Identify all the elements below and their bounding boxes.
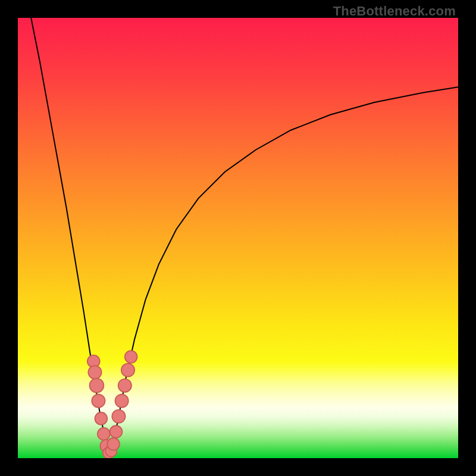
dot [125,350,137,363]
dot [107,438,120,450]
dot [92,394,105,408]
highlight-dots [87,350,137,458]
dot [121,364,134,377]
plot-area [18,18,458,458]
dot [112,410,125,423]
dot [95,412,108,425]
watermark-text: TheBottleneck.com [333,4,456,19]
curve-layer [18,18,458,458]
dot [90,378,104,393]
dot [88,366,101,379]
dot [98,428,110,440]
dot [115,394,129,408]
curve-right [109,87,458,456]
chart-frame: TheBottleneck.com [0,0,476,476]
dot [110,425,123,438]
dot [118,379,131,392]
